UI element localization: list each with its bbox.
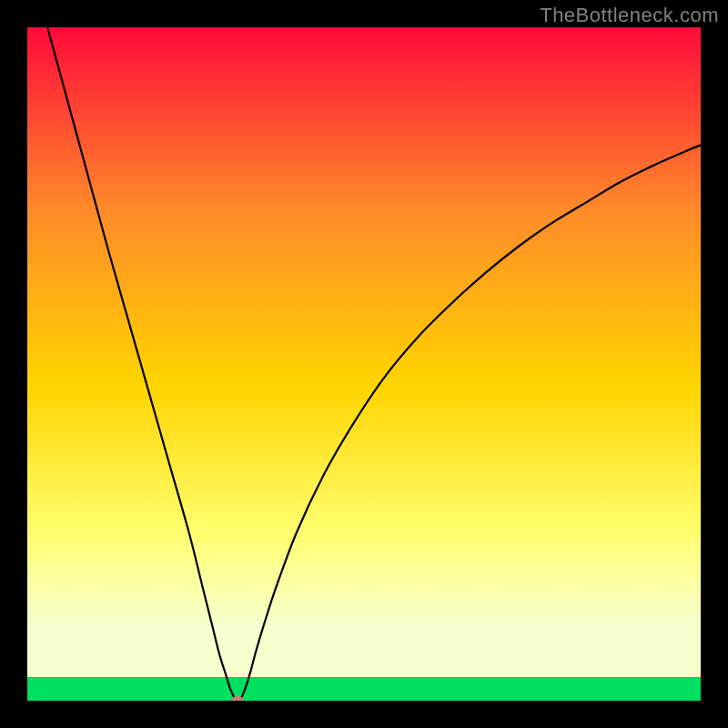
chart-frame: TheBottleneck.com [0, 0, 728, 728]
gradient-background [27, 27, 701, 677]
green-band [27, 677, 701, 701]
plot-outer [27, 27, 701, 701]
plot-svg [27, 27, 701, 701]
watermark-text: TheBottleneck.com [540, 4, 719, 27]
